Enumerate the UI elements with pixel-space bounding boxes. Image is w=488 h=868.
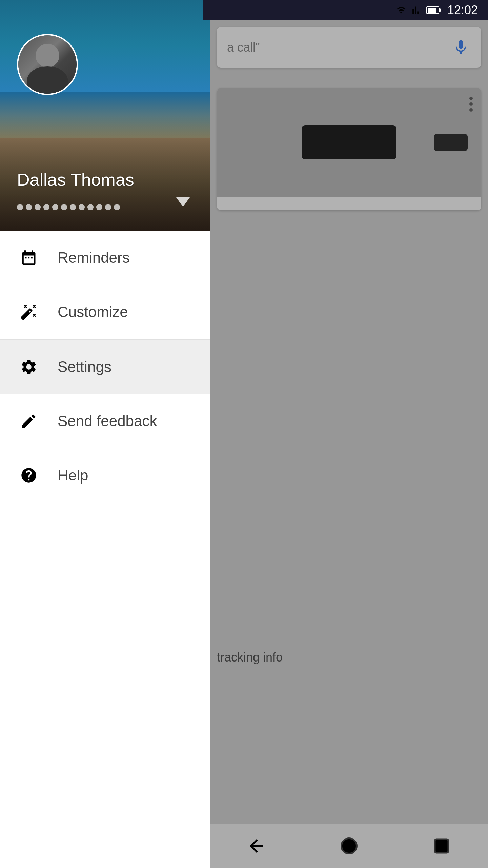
send-feedback-label: Send feedback — [58, 413, 157, 430]
email-mask — [17, 204, 120, 210]
customize-label: Customize — [58, 303, 128, 320]
status-bar: 12:02 — [203, 0, 488, 20]
status-icons: 12:02 — [395, 3, 478, 17]
profile-name: Dallas Thomas — [17, 170, 134, 190]
drawer-overlay[interactable] — [210, 0, 488, 868]
account-dropdown-arrow[interactable] — [176, 197, 190, 207]
menu-item-reminders[interactable]: Reminders — [0, 231, 210, 285]
battery-icon — [426, 6, 439, 14]
profile-email — [17, 204, 120, 210]
help-icon — [17, 463, 41, 487]
menu-item-settings[interactable]: Settings — [0, 340, 210, 394]
avatar[interactable] — [17, 34, 78, 95]
avatar-image — [18, 35, 77, 94]
profile-header[interactable]: Dallas Thomas — [0, 0, 210, 231]
menu-list: Reminders Customize Settings — [0, 231, 210, 868]
customize-icon — [17, 300, 41, 324]
status-time: 12:02 — [447, 3, 478, 17]
reminders-icon — [17, 246, 41, 270]
help-label: Help — [58, 467, 88, 484]
feedback-icon — [17, 409, 41, 433]
wifi-icon — [395, 5, 407, 15]
settings-icon — [17, 355, 41, 379]
reminders-label: Reminders — [58, 249, 130, 266]
menu-item-customize[interactable]: Customize — [0, 285, 210, 339]
settings-label: Settings — [58, 358, 111, 375]
menu-item-send-feedback[interactable]: Send feedback — [0, 394, 210, 448]
signal-icon — [412, 5, 422, 15]
drawer: Dallas Thomas — [0, 0, 210, 868]
menu-item-help[interactable]: Help — [0, 448, 210, 502]
